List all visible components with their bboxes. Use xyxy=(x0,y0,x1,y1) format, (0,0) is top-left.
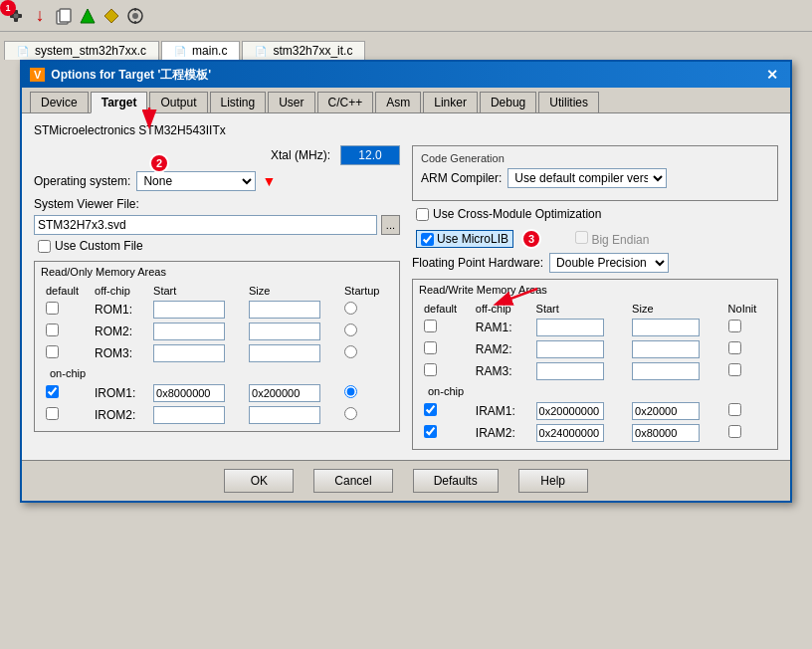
ro-rom2-startup[interactable] xyxy=(344,324,357,336)
rw-iram2-size[interactable] xyxy=(632,424,700,442)
svg-point-8 xyxy=(132,13,138,19)
tab-listing[interactable]: Listing xyxy=(210,92,267,112)
ro-irom1-startup[interactable] xyxy=(344,385,357,398)
svf-label-row: System Viewer File: xyxy=(34,197,400,211)
ro-rom3-size[interactable] xyxy=(249,344,320,362)
toolbar-settings-btn[interactable]: 1 xyxy=(4,4,28,28)
rw-iram2-default-cb[interactable] xyxy=(424,425,437,438)
rw-ram2-start[interactable] xyxy=(536,340,604,358)
file-tab-system[interactable]: 📄 system_stm32h7xx.c xyxy=(4,41,159,60)
help-button[interactable]: Help xyxy=(518,469,588,493)
xtal-input[interactable] xyxy=(340,145,400,165)
ro-rom2-name: ROM2: xyxy=(95,324,132,338)
dialog-title-text: Options for Target '工程模板' xyxy=(51,67,211,84)
rw-ram2-size[interactable] xyxy=(632,340,700,358)
toolbar-icon2[interactable] xyxy=(52,4,76,28)
tab-output[interactable]: Output xyxy=(149,92,207,112)
ro-rom3-startup[interactable] xyxy=(344,345,357,358)
device-name: STMicroelectronics STM32H543IITx xyxy=(34,123,226,137)
rw-iram1-noinit[interactable] xyxy=(728,403,741,416)
file-tab-main[interactable]: 📄 main.c xyxy=(161,41,240,60)
rw-onchip-label: on-chip xyxy=(424,385,464,397)
svf-browse-button[interactable]: ... xyxy=(381,215,400,235)
tab-asm[interactable]: Asm xyxy=(375,92,421,112)
ro-rom1-default-cb[interactable] xyxy=(46,302,59,315)
ro-rom3-default-cb[interactable] xyxy=(46,345,59,358)
file-tab-it-label: stm32h7xx_it.c xyxy=(273,44,352,58)
readwrite-memory-table: default off-chip Start Size NoInit xyxy=(419,300,771,445)
ro-irom2-start[interactable] xyxy=(153,406,225,424)
tab-cpp[interactable]: C/C++ xyxy=(317,92,374,112)
rw-iram2-name: IRAM2: xyxy=(476,426,515,440)
svg-marker-6 xyxy=(104,9,118,23)
tab-user[interactable]: User xyxy=(268,92,314,112)
file-tab-main-label: main.c xyxy=(192,44,227,58)
dialog-buttons-bar: OK Cancel Defaults Help xyxy=(22,460,790,501)
tab-device[interactable]: Device xyxy=(30,92,89,112)
ro-rom1-name: ROM1: xyxy=(95,303,132,317)
rw-ram1-noinit[interactable] xyxy=(728,320,741,332)
copy-icon xyxy=(55,7,73,25)
ro-rom3-start[interactable] xyxy=(153,344,225,362)
ro-col-offchip: off-chip xyxy=(92,284,148,298)
rw-iram2-start[interactable] xyxy=(536,424,604,442)
xtal-label: Xtal (MHz): xyxy=(271,148,334,162)
table-row: IROM1: xyxy=(43,383,391,403)
tab-utilities[interactable]: Utilities xyxy=(538,92,599,112)
microlib-checkbox[interactable] xyxy=(421,233,434,246)
ro-rom1-startup[interactable] xyxy=(344,302,357,315)
defaults-button[interactable]: Defaults xyxy=(413,469,499,493)
os-select[interactable]: None xyxy=(136,171,256,191)
os-row: Operating system: None ▼ xyxy=(34,171,400,191)
cancel-button[interactable]: Cancel xyxy=(313,469,392,493)
ro-irom2-size[interactable] xyxy=(249,406,320,424)
ro-rom2-size[interactable] xyxy=(249,323,320,340)
ro-rom2-default-cb[interactable] xyxy=(46,324,59,336)
ro-irom2-startup[interactable] xyxy=(344,407,357,420)
rw-ram1-default-cb[interactable] xyxy=(424,320,437,332)
ok-button[interactable]: OK xyxy=(224,469,294,493)
ro-rom1-size[interactable] xyxy=(249,301,320,319)
compiler-select[interactable]: Use default compiler version xyxy=(508,168,667,188)
rw-ram2-default-cb[interactable] xyxy=(424,341,437,354)
tab-linker[interactable]: Linker xyxy=(423,92,478,112)
annotation-badge-1: 1 xyxy=(0,0,16,16)
ro-irom1-default-cb[interactable] xyxy=(46,385,59,398)
rw-ram3-default-cb[interactable] xyxy=(424,363,437,376)
toolbar-icon4[interactable] xyxy=(100,4,123,28)
rw-ram2-noinit[interactable] xyxy=(728,341,741,354)
rw-iram1-size[interactable] xyxy=(632,402,700,420)
ro-irom2-default-cb[interactable] xyxy=(46,407,59,420)
cross-module-checkbox[interactable] xyxy=(416,208,429,221)
rw-iram2-noinit[interactable] xyxy=(728,425,741,438)
rw-ram3-start[interactable] xyxy=(536,362,604,380)
xtal-row: Xtal (MHz): xyxy=(34,145,400,165)
tab-asm-label: Asm xyxy=(386,96,410,109)
rw-ram1-size[interactable] xyxy=(632,319,700,336)
svf-input[interactable] xyxy=(34,215,377,235)
rw-iram1-start[interactable] xyxy=(536,402,604,420)
file-tab-it[interactable]: 📄 stm32h7xx_it.c xyxy=(242,41,365,60)
toolbar-icon5[interactable] xyxy=(123,4,147,28)
toolbar-icon3[interactable] xyxy=(76,4,100,28)
left-column: Xtal (MHz): Operating system: None ▼ Sys… xyxy=(34,145,400,450)
dialog-close-button[interactable]: ✕ xyxy=(762,67,782,83)
file-tab-it-icon: 📄 xyxy=(255,46,267,57)
microlib-label: Use MicroLIB xyxy=(437,232,508,246)
rw-ram3-noinit[interactable] xyxy=(728,363,741,376)
ro-irom1-start[interactable] xyxy=(153,384,225,402)
microlib-row: Use MicroLIB 3 Big Endian xyxy=(412,229,778,249)
rw-ram3-size[interactable] xyxy=(632,362,700,380)
fp-row: Floating Point Hardware: Double Precisio… xyxy=(412,253,778,273)
rw-ram1-start[interactable] xyxy=(536,319,604,336)
ro-rom2-start[interactable] xyxy=(153,323,225,340)
tab-target[interactable]: Target xyxy=(91,92,148,113)
tab-device-label: Device xyxy=(41,96,78,109)
rw-iram1-default-cb[interactable] xyxy=(424,403,437,416)
tab-debug[interactable]: Debug xyxy=(480,92,536,112)
fp-select[interactable]: Double Precision xyxy=(549,253,669,273)
ro-irom1-size[interactable] xyxy=(249,384,320,402)
ro-irom1-name: IROM1: xyxy=(95,386,135,400)
use-custom-file-checkbox[interactable] xyxy=(38,240,51,253)
ro-rom1-start[interactable] xyxy=(153,301,225,319)
